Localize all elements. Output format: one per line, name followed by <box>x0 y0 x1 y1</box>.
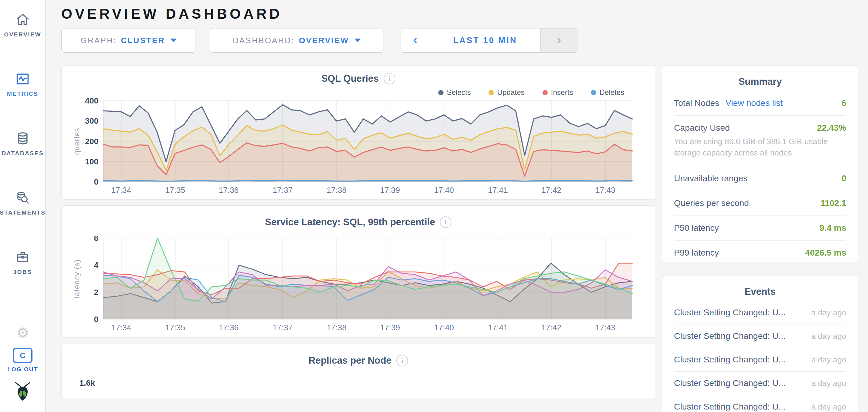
event-time: a day ago <box>811 355 846 365</box>
logout-button[interactable]: C LOG OUT <box>7 348 38 373</box>
summary-row-total-nodes: Total Nodes View nodes list 6 <box>674 91 846 116</box>
legend-item-deletes[interactable]: Deletes <box>591 88 624 97</box>
view-nodes-list-link[interactable]: View nodes list <box>725 98 782 108</box>
summary-row-p99: P99 latency 4026.5 ms <box>674 241 846 265</box>
svg-text:17:41: 17:41 <box>488 323 508 332</box>
legend-dot <box>591 90 596 95</box>
sql-queries-chart: 17:3417:3517:3617:3717:3817:3917:4017:41… <box>69 98 648 199</box>
svg-text:17:36: 17:36 <box>219 323 239 332</box>
svg-text:17:34: 17:34 <box>111 185 131 195</box>
svg-text:100: 100 <box>85 157 98 166</box>
svg-text:17:35: 17:35 <box>165 185 185 195</box>
replicas-title-row: Replicas per Node i <box>62 344 655 367</box>
event-title: Cluster Setting Changed: U... <box>674 402 785 412</box>
svg-text:4: 4 <box>94 261 99 270</box>
page-title: OVERVIEW DASHBOARD <box>61 5 858 22</box>
sidebar-item-jobs[interactable]: JOBS <box>13 249 32 275</box>
event-title: Cluster Setting Changed: U... <box>674 378 785 388</box>
chevron-down-icon <box>354 39 361 42</box>
logout-icon-letter: C <box>20 351 26 360</box>
event-row[interactable]: Cluster Setting Changed: U... a day ago <box>674 348 846 372</box>
svg-text:17:36: 17:36 <box>219 185 239 195</box>
time-window-picker: ‹ LAST 10 MIN › <box>401 28 578 53</box>
right-column: Summary Total Nodes View nodes list 6 Ca… <box>662 66 858 412</box>
svg-text:17:38: 17:38 <box>327 323 347 332</box>
time-window-next-button[interactable]: › <box>540 29 577 53</box>
settings-gear-icon[interactable]: ⚙ <box>16 326 29 340</box>
summary-title: Summary <box>674 74 846 91</box>
chart-title: Replicas per Node <box>309 355 392 366</box>
chevron-right-icon: › <box>557 33 561 45</box>
events-title: Events <box>674 284 846 301</box>
svg-text:17:35: 17:35 <box>165 323 185 332</box>
total-nodes-value: 6 <box>841 98 846 108</box>
info-icon[interactable]: i <box>396 355 408 367</box>
time-window-prev-button[interactable]: ‹ <box>401 29 430 53</box>
svg-text:17:42: 17:42 <box>541 323 561 332</box>
svg-text:17:37: 17:37 <box>273 323 293 332</box>
sql-queries-legend: Selects Updates Inserts Deletes <box>62 87 624 98</box>
cockroach-logo-icon[interactable] <box>14 381 32 403</box>
sidebar-item-statements[interactable]: STATEMENTS <box>0 190 46 216</box>
main-content: OVERVIEW DASHBOARD GRAPH: CLUSTER DASHBO… <box>45 0 868 412</box>
capacity-subtext: You are using 86.6 GiB of 386.1 GiB usab… <box>674 136 846 159</box>
content-columns: SQL Queries i Selects Updates Inserts <box>61 66 858 412</box>
svg-text:17:40: 17:40 <box>434 185 454 195</box>
info-icon[interactable]: i <box>384 73 395 84</box>
svg-text:17:34: 17:34 <box>111 323 131 332</box>
briefcase-icon <box>15 249 30 265</box>
metrics-icon <box>15 71 30 87</box>
home-icon <box>15 12 30 28</box>
info-icon[interactable]: i <box>440 216 452 228</box>
svg-text:17:43: 17:43 <box>595 323 615 332</box>
event-row[interactable]: Cluster Setting Changed: U... a day ago <box>674 372 846 395</box>
sidebar: OVERVIEW METRICS DATABASES <box>0 0 46 412</box>
graph-dropdown[interactable]: GRAPH: CLUSTER <box>61 28 196 53</box>
event-title: Cluster Setting Changed: U... <box>674 331 785 341</box>
controls-row: GRAPH: CLUSTER DASHBOARD: OVERVIEW ‹ LAS… <box>61 28 858 53</box>
capacity-label: Capacity Used <box>674 123 730 133</box>
svg-text:17:39: 17:39 <box>380 323 400 332</box>
sql-queries-card: SQL Queries i Selects Updates Inserts <box>61 66 655 200</box>
event-row[interactable]: Cluster Setting Changed: U... a day ago <box>674 301 846 324</box>
svg-text:17:40: 17:40 <box>434 323 454 332</box>
qps-label: Queries per second <box>674 198 749 208</box>
summary-panel: Summary Total Nodes View nodes list 6 Ca… <box>662 66 858 262</box>
legend-dot <box>489 90 494 95</box>
sql-queries-title-row: SQL Queries i <box>62 66 655 85</box>
summary-row-p50: P50 latency 9.4 ms <box>674 216 846 241</box>
dashboard-dropdown[interactable]: DASHBOARD: OVERVIEW <box>210 28 383 53</box>
p50-value: 9.4 ms <box>819 223 846 233</box>
summary-row-qps: Queries per second 1102.1 <box>674 191 846 216</box>
event-title: Cluster Setting Changed: U... <box>674 308 785 317</box>
unavailable-value: 0 <box>841 174 846 183</box>
sidebar-item-overview[interactable]: OVERVIEW <box>4 12 41 38</box>
event-row[interactable]: Cluster Setting Changed: U... a day ago <box>674 395 846 412</box>
legend-label: Deletes <box>599 88 624 97</box>
logout-icon: C <box>13 348 32 363</box>
legend-item-inserts[interactable]: Inserts <box>542 88 573 97</box>
event-time: a day ago <box>811 402 846 412</box>
svg-text:17:43: 17:43 <box>595 185 615 195</box>
svg-text:latency (s): latency (s) <box>73 259 81 298</box>
svg-text:0: 0 <box>94 315 98 324</box>
sidebar-item-metrics[interactable]: METRICS <box>7 71 38 97</box>
legend-item-selects[interactable]: Selects <box>438 88 471 97</box>
sidebar-item-databases[interactable]: DATABASES <box>2 130 43 157</box>
svg-text:6: 6 <box>94 236 98 243</box>
qps-value: 1102.1 <box>820 198 846 208</box>
legend-dot <box>438 90 443 95</box>
chart-title: Service Latency: SQL, 99th percentile <box>265 217 435 228</box>
statements-icon <box>15 190 30 206</box>
event-row[interactable]: Cluster Setting Changed: U... a day ago <box>674 324 846 348</box>
svg-text:17:42: 17:42 <box>541 185 561 195</box>
sidebar-item-label: DATABASES <box>2 150 43 157</box>
logout-label: LOG OUT <box>7 366 38 373</box>
event-time: a day ago <box>811 379 846 388</box>
legend-item-updates[interactable]: Updates <box>489 88 524 97</box>
events-panel: Events Cluster Setting Changed: U... a d… <box>662 276 858 412</box>
time-window-label-button[interactable]: LAST 10 MIN <box>430 29 540 53</box>
svg-text:200: 200 <box>85 137 98 146</box>
svg-text:400: 400 <box>85 98 98 105</box>
service-latency-title-row: Service Latency: SQL, 99th percentile i <box>62 206 655 228</box>
